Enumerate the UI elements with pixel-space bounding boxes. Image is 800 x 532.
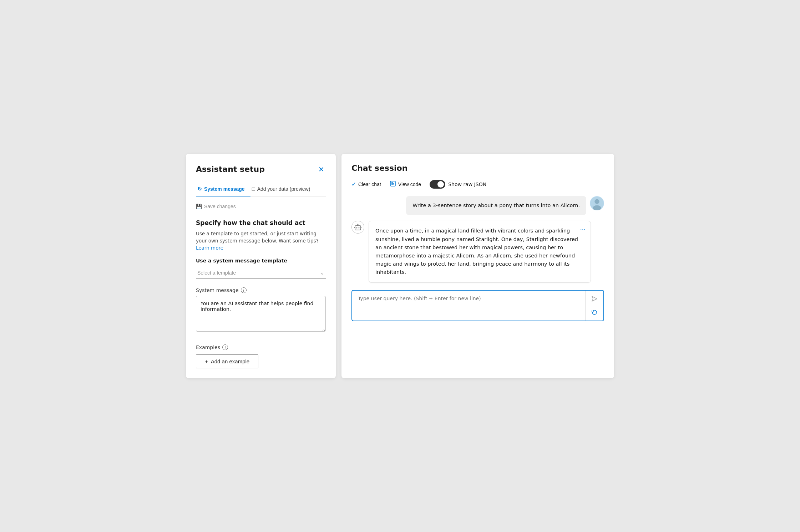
view-code-button[interactable]: View code bbox=[390, 180, 421, 189]
add-example-label: Add an example bbox=[211, 358, 249, 364]
examples-label-row: Examples i bbox=[196, 344, 326, 350]
template-dropdown[interactable]: Select a template ⌄ bbox=[196, 267, 326, 279]
tab-add-your-data[interactable]: □ Add your data (preview) bbox=[250, 182, 316, 196]
svg-rect-7 bbox=[355, 226, 361, 230]
tabs-container: ↻ System message □ Add your data (previe… bbox=[196, 182, 326, 196]
send-icon bbox=[591, 295, 598, 302]
show-raw-json-label: Show raw JSON bbox=[448, 181, 486, 187]
system-message-icon: ↻ bbox=[197, 186, 202, 192]
save-changes-button[interactable]: 💾 Save changes bbox=[196, 202, 236, 211]
system-message-info-icon: i bbox=[241, 287, 247, 293]
template-placeholder: Select a template bbox=[197, 270, 236, 276]
bot-message-text: Once upon a time, in a magical land fill… bbox=[375, 228, 578, 275]
specify-description-text: Use a template to get started, or just s… bbox=[196, 231, 319, 244]
assistant-setup-title: Assistant setup bbox=[196, 165, 265, 174]
chat-session-panel: Chat session ✓ Clear chat View code bbox=[341, 154, 614, 379]
show-raw-json-toggle[interactable] bbox=[430, 180, 445, 189]
close-icon: ✕ bbox=[318, 165, 324, 174]
bot-message-row: ··· Once upon a time, in a magical land … bbox=[351, 221, 604, 282]
svg-point-9 bbox=[359, 227, 360, 229]
bot-bubble: ··· Once upon a time, in a magical land … bbox=[369, 221, 591, 282]
chat-input-wrapper bbox=[351, 290, 604, 321]
chat-toolbar: ✓ Clear chat View code Show raw JSON bbox=[351, 180, 604, 189]
chat-input-actions bbox=[585, 291, 603, 321]
add-data-icon: □ bbox=[252, 186, 255, 192]
add-example-plus-icon: + bbox=[205, 358, 208, 364]
tab-system-message[interactable]: ↻ System message bbox=[196, 182, 250, 196]
view-code-icon bbox=[390, 180, 396, 188]
examples-label: Examples bbox=[196, 344, 220, 350]
system-message-textarea[interactable]: You are an AI assistant that helps peopl… bbox=[196, 296, 326, 332]
tab-system-message-label: System message bbox=[204, 186, 245, 192]
refresh-button[interactable] bbox=[589, 307, 600, 318]
chat-session-title: Chat session bbox=[351, 164, 604, 173]
svg-point-5 bbox=[594, 199, 599, 204]
bot-bubble-menu-icon[interactable]: ··· bbox=[580, 225, 586, 235]
chat-input[interactable] bbox=[352, 291, 585, 321]
refresh-icon bbox=[591, 309, 598, 316]
assistant-setup-panel: Assistant setup ✕ ↻ System message □ Add… bbox=[186, 154, 336, 379]
save-icon: 💾 bbox=[196, 204, 202, 209]
specify-description: Use a template to get started, or just s… bbox=[196, 230, 326, 252]
chat-messages: Write a 3-sentence story about a pony th… bbox=[351, 196, 604, 283]
system-message-field-label: System message bbox=[196, 287, 239, 293]
clear-chat-label: Clear chat bbox=[358, 181, 381, 187]
clear-chat-icon: ✓ bbox=[351, 181, 356, 188]
view-code-label: View code bbox=[398, 181, 421, 187]
examples-info-icon: i bbox=[222, 344, 228, 350]
user-message-text: Write a 3-sentence story about a pony th… bbox=[412, 203, 580, 208]
dropdown-chevron-icon: ⌄ bbox=[320, 270, 324, 276]
tab-add-your-data-label: Add your data (preview) bbox=[257, 186, 310, 192]
user-bubble: Write a 3-sentence story about a pony th… bbox=[406, 196, 586, 215]
learn-more-link[interactable]: Learn more bbox=[196, 245, 223, 251]
add-example-button[interactable]: + Add an example bbox=[196, 354, 258, 368]
user-avatar bbox=[590, 196, 604, 210]
save-changes-label: Save changes bbox=[204, 204, 236, 209]
svg-point-11 bbox=[358, 224, 359, 225]
specify-heading: Specify how the chat should act bbox=[196, 219, 326, 226]
user-message-row: Write a 3-sentence story about a pony th… bbox=[351, 196, 604, 215]
examples-section: Examples i + Add an example bbox=[196, 344, 326, 368]
template-label: Use a system message template bbox=[196, 258, 326, 264]
panel-header: Assistant setup ✕ bbox=[196, 164, 326, 175]
system-message-label-row: System message i bbox=[196, 287, 326, 293]
clear-chat-button[interactable]: ✓ Clear chat bbox=[351, 180, 381, 188]
close-button[interactable]: ✕ bbox=[317, 164, 326, 175]
bot-avatar bbox=[351, 221, 364, 234]
show-raw-json-toggle-wrapper: Show raw JSON bbox=[430, 180, 486, 189]
send-button[interactable] bbox=[589, 293, 600, 304]
svg-point-8 bbox=[356, 227, 358, 229]
